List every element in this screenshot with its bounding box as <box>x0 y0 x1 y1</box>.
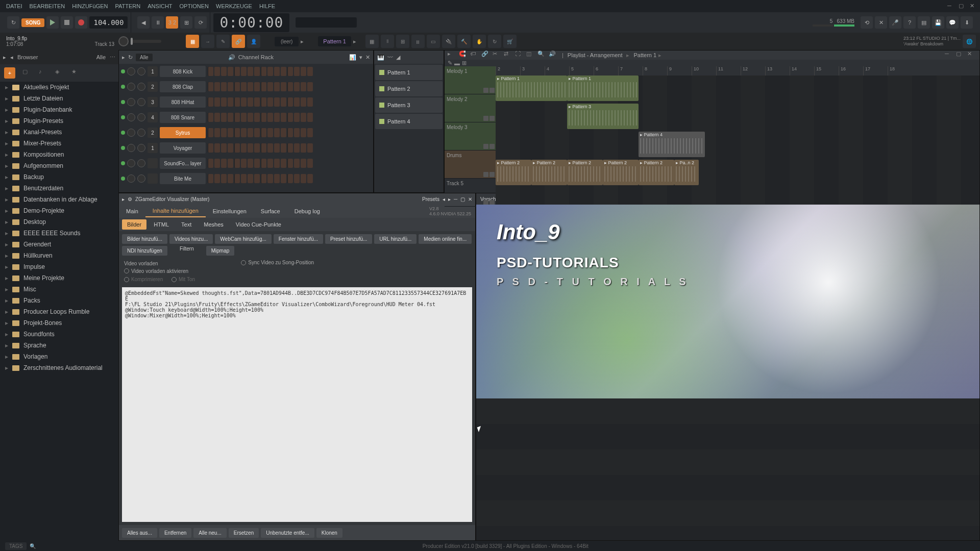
step-button[interactable] <box>301 67 306 76</box>
step-button[interactable] <box>248 113 253 122</box>
settings-icon[interactable]: ✕ <box>875 16 887 29</box>
step-button[interactable] <box>267 67 273 76</box>
channel-name-button[interactable]: Sytrus <box>160 127 206 138</box>
menu-hinzufuegen[interactable]: HINZUFüGEN <box>69 2 111 11</box>
step-button[interactable] <box>208 159 213 168</box>
back-icon[interactable]: ◂ <box>10 54 13 61</box>
browser-item[interactable]: ▸Packs <box>0 295 118 306</box>
step-button[interactable] <box>281 67 286 76</box>
track-mute-icon[interactable] <box>483 116 488 121</box>
zge-bottom-button[interactable]: Alle neu... <box>193 528 226 538</box>
step-button[interactable] <box>267 128 273 137</box>
tool-7[interactable]: 🔨 <box>457 35 471 48</box>
step-button[interactable] <box>208 97 213 107</box>
menu-bearbeiten[interactable]: BEARBEITEN <box>27 2 68 11</box>
zge-menu-icon[interactable]: ▸ <box>122 196 125 202</box>
step-button[interactable] <box>307 82 313 91</box>
preload-activate-radio[interactable] <box>124 268 129 273</box>
track-mute-icon[interactable] <box>483 88 488 93</box>
step-button[interactable] <box>307 67 313 76</box>
channel-led[interactable] <box>121 161 125 165</box>
maximize-icon[interactable]: ▢ <box>959 3 966 10</box>
globe-icon[interactable]: 🌐 <box>963 35 976 48</box>
menu-pattern[interactable]: PATTERN <box>112 2 144 11</box>
menu-hilfe[interactable]: HILFE <box>256 2 278 11</box>
track-solo-icon[interactable] <box>489 172 495 177</box>
pattern-picker-item[interactable]: Pattern 3 <box>375 97 443 113</box>
zge-mipmap-button[interactable]: Mipmap <box>206 246 235 256</box>
step-button[interactable] <box>208 143 213 153</box>
step-button[interactable] <box>208 67 213 76</box>
zge-text-area[interactable]: @EmbeddedFst"Name=Skewed thoughts.fst",D… <box>122 287 472 522</box>
step-button[interactable] <box>241 159 247 168</box>
step-button[interactable] <box>281 143 286 153</box>
search-icon[interactable]: 🔍 <box>30 543 36 549</box>
song-mode-button[interactable]: SONG <box>21 18 44 27</box>
save-icon[interactable]: 💾 <box>932 16 944 29</box>
channel-vol-knob[interactable] <box>137 144 145 152</box>
browser-item[interactable]: ▸Desktop <box>0 216 118 228</box>
ruler-tick[interactable]: 14 <box>790 66 814 76</box>
step-button[interactable] <box>301 113 306 122</box>
step-button[interactable] <box>261 128 266 137</box>
view-channel-rack-button[interactable]: ✎ <box>216 35 230 48</box>
zge-action-button[interactable]: WebCam hinzufüg... <box>215 234 271 244</box>
pattern-selector[interactable]: Pattern 1 <box>318 36 351 46</box>
step-button[interactable] <box>307 159 313 168</box>
step-button[interactable] <box>274 82 280 91</box>
pl-tag-icon[interactable]: 🏷 <box>470 51 479 60</box>
step-button[interactable] <box>221 113 227 122</box>
track-solo-icon[interactable] <box>489 116 495 121</box>
step-button[interactable] <box>267 174 273 183</box>
channel-name-button[interactable]: 808 Kick <box>160 66 206 77</box>
step-button[interactable] <box>301 82 306 91</box>
zge-tab[interactable]: Debug log <box>287 206 327 217</box>
step-button[interactable] <box>287 113 293 122</box>
step-button[interactable] <box>221 67 227 76</box>
render-icon[interactable]: ▤ <box>918 16 930 29</box>
zge-action-button[interactable]: Medien online fin... <box>419 234 472 244</box>
step-button[interactable] <box>221 159 227 168</box>
pl-audio-icon[interactable]: 🔊 <box>549 51 558 60</box>
step-button[interactable] <box>261 159 266 168</box>
browser-item[interactable]: ▸Vorlagen <box>0 351 118 362</box>
step-button[interactable] <box>208 82 213 91</box>
browser-item[interactable]: ▸Soundfonts <box>0 329 118 340</box>
ruler-tick[interactable]: 2 <box>496 66 520 76</box>
zge-subtab[interactable]: Bilder <box>122 219 146 230</box>
snap-dropdown-icon[interactable]: ▸ <box>301 38 304 45</box>
playlist-clip[interactable]: ▸ Pattern 1 <box>567 76 639 101</box>
step-button[interactable] <box>274 113 280 122</box>
step-button[interactable] <box>287 143 293 153</box>
step-button[interactable] <box>221 82 227 91</box>
step-button[interactable] <box>294 159 300 168</box>
step-button[interactable] <box>261 174 266 183</box>
step-button[interactable] <box>261 97 266 107</box>
stop-button[interactable] <box>61 16 73 29</box>
zge-action-button[interactable]: Fenster hinzufü... <box>274 234 323 244</box>
pl-menu-icon[interactable]: ▸ <box>448 51 457 60</box>
zge-tab[interactable]: Einstellungen <box>206 206 254 217</box>
browser-item[interactable]: ▸Meine Projekte <box>0 272 118 284</box>
view-piano-roll-button[interactable]: → <box>201 35 214 48</box>
track-solo-icon[interactable] <box>489 144 495 149</box>
pl-max-icon[interactable]: ▢ <box>956 51 965 60</box>
zge-bottom-button[interactable]: Klonen <box>316 528 342 538</box>
channel-vol-knob[interactable] <box>137 67 145 76</box>
tab-audio-icon[interactable]: ♪ <box>39 68 48 78</box>
pattern-picker-item[interactable]: Pattern 1 <box>375 65 443 80</box>
browser-item[interactable]: ▸Kompositionen <box>0 149 118 160</box>
step-button[interactable] <box>274 143 280 153</box>
browser-item[interactable]: ▸Misc <box>0 284 118 295</box>
blend-icon[interactable]: ⊞ <box>180 16 192 29</box>
step-button[interactable] <box>267 113 273 122</box>
step-button[interactable] <box>234 143 240 153</box>
channel-name-button[interactable]: 808 Snare <box>160 112 206 123</box>
step-button[interactable] <box>248 97 253 107</box>
tab-fav-icon[interactable]: ★ <box>71 68 81 78</box>
channel-led[interactable] <box>121 146 125 150</box>
step-button[interactable] <box>234 67 240 76</box>
zge-action-button[interactable]: URL hinzufü... <box>374 234 416 244</box>
step-button[interactable] <box>234 128 240 137</box>
channel-led[interactable] <box>121 100 125 104</box>
